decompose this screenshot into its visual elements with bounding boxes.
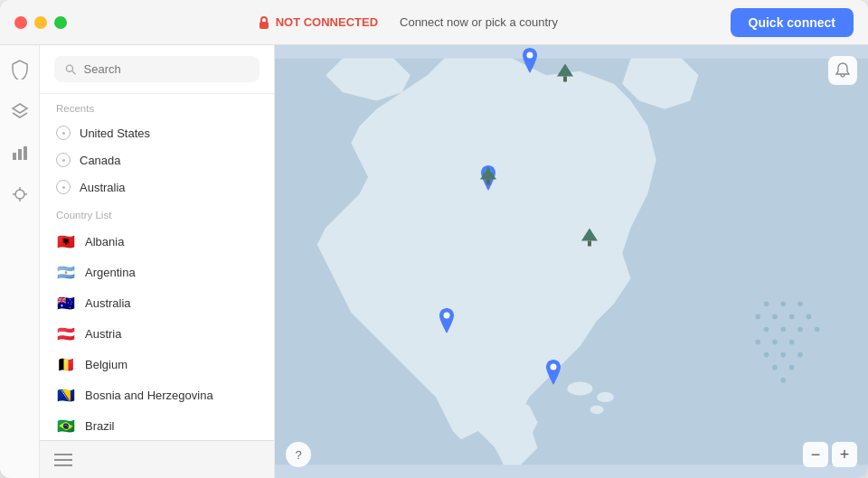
recent-item-canada[interactable]: Canada (40, 146, 274, 173)
recent-item-label: Canada (80, 154, 121, 167)
recent-item-australia[interactable]: Australia (40, 173, 274, 201)
svg-point-38 (780, 378, 786, 383)
svg-rect-48 (588, 240, 591, 246)
svg-point-32 (789, 340, 795, 345)
flag-brazil: 🇧🇷 (56, 416, 76, 436)
svg-marker-43 (557, 63, 573, 76)
flag-bih: 🇧🇦 (56, 385, 76, 405)
svg-point-24 (789, 314, 795, 320)
map-pin-1[interactable] (520, 48, 540, 80)
map-area: ? − + (275, 45, 868, 478)
map-svg (275, 45, 868, 478)
bell-icon (835, 62, 851, 79)
svg-point-10 (66, 65, 72, 71)
map-zoom-controls: − + (803, 442, 857, 467)
recent-clock-icon (56, 153, 71, 167)
map-tree-2 (480, 167, 496, 192)
lock-icon (258, 15, 270, 30)
search-box (54, 56, 259, 82)
svg-point-18 (590, 406, 604, 414)
recent-clock-icon (56, 180, 71, 194)
country-name: Brazil (85, 419, 115, 433)
svg-point-39 (527, 52, 533, 59)
svg-rect-4 (24, 146, 27, 160)
svg-point-33 (764, 352, 769, 358)
maximize-button[interactable] (54, 16, 67, 29)
list-item[interactable]: 🇦🇹 Austria (40, 318, 274, 349)
svg-point-26 (764, 327, 769, 333)
search-icon (65, 63, 77, 76)
list-item[interactable]: 🇦🇺 Australia (40, 287, 274, 318)
svg-point-27 (780, 327, 786, 333)
svg-rect-2 (13, 153, 16, 160)
help-label: ? (295, 448, 301, 462)
title-bar: NOT CONNECTED Connect now or pick a coun… (0, 0, 868, 45)
svg-point-34 (780, 352, 786, 358)
svg-point-25 (807, 314, 812, 320)
svg-point-20 (780, 302, 786, 307)
help-button[interactable]: ? (286, 442, 311, 467)
connection-status: NOT CONNECTED (258, 15, 378, 30)
svg-point-16 (567, 382, 592, 396)
minimize-button[interactable] (34, 16, 47, 29)
close-button[interactable] (14, 16, 27, 29)
list-item[interactable]: 🇧🇷 Brazil (40, 410, 274, 440)
shield-icon[interactable] (10, 60, 30, 80)
quick-connect-button[interactable]: Quick connect (731, 8, 854, 37)
search-input[interactable] (84, 62, 249, 76)
flag-albania: 🇦🇱 (56, 231, 76, 251)
svg-point-22 (755, 314, 760, 320)
svg-point-21 (797, 302, 803, 307)
svg-point-30 (755, 340, 760, 345)
list-item[interactable]: 🇧🇪 Belgium (40, 349, 274, 380)
country-name: Bosnia and Herzegovina (85, 389, 213, 402)
svg-rect-0 (259, 22, 269, 29)
search-container (40, 45, 274, 94)
svg-point-5 (15, 190, 24, 199)
map-pin-3[interactable] (437, 308, 457, 340)
svg-point-36 (772, 365, 778, 370)
flag-argentina: 🇦🇷 (56, 262, 76, 282)
flag-belgium: 🇧🇪 (56, 354, 76, 374)
zoom-out-button[interactable]: − (803, 442, 828, 467)
country-list-label: Country List (40, 201, 274, 226)
svg-rect-46 (486, 180, 490, 185)
svg-point-37 (789, 365, 795, 370)
app-window: NOT CONNECTED Connect now or pick a coun… (0, 0, 868, 478)
svg-point-35 (797, 352, 803, 358)
svg-marker-45 (480, 167, 496, 180)
country-name: Albania (85, 235, 124, 248)
svg-point-29 (815, 327, 820, 333)
sidebar-bottom (40, 440, 274, 478)
svg-point-19 (764, 302, 769, 307)
connection-status-text: NOT CONNECTED (276, 15, 378, 29)
list-item[interactable]: 🇦🇱 Albania (40, 226, 274, 257)
icon-strip (0, 45, 40, 478)
svg-point-42 (551, 364, 557, 370)
notification-button[interactable] (828, 56, 857, 85)
country-name: Austria (85, 327, 121, 341)
svg-point-28 (797, 327, 803, 333)
recent-item-label: United States (80, 127, 150, 140)
title-bar-center: NOT CONNECTED Connect now or pick a coun… (85, 15, 731, 30)
country-name: Argentina (85, 266, 136, 279)
flag-australia: 🇦🇺 (56, 293, 76, 313)
main-content: Recents United States Canada Australia C… (0, 45, 868, 478)
connect-prompt: Connect now or pick a country (400, 15, 558, 29)
zoom-in-button[interactable]: + (832, 442, 857, 467)
menu-icon[interactable] (54, 453, 72, 467)
svg-point-23 (772, 314, 778, 320)
list-item[interactable]: 🇧🇦 Bosnia and Herzegovina (40, 380, 274, 410)
map-tree-1 (557, 63, 573, 88)
svg-point-31 (772, 340, 778, 345)
recent-item-us[interactable]: United States (40, 119, 274, 146)
sidebar: Recents United States Canada Australia C… (40, 45, 275, 478)
svg-point-17 (597, 392, 614, 402)
svg-rect-44 (563, 76, 567, 81)
list-item[interactable]: 🇦🇷 Argentina (40, 257, 274, 287)
map-pin-4[interactable] (543, 360, 563, 391)
bar-chart-icon[interactable] (10, 143, 30, 163)
country-name: Belgium (85, 358, 127, 371)
layers-icon[interactable] (10, 101, 30, 121)
crosshair-icon[interactable] (10, 184, 30, 204)
